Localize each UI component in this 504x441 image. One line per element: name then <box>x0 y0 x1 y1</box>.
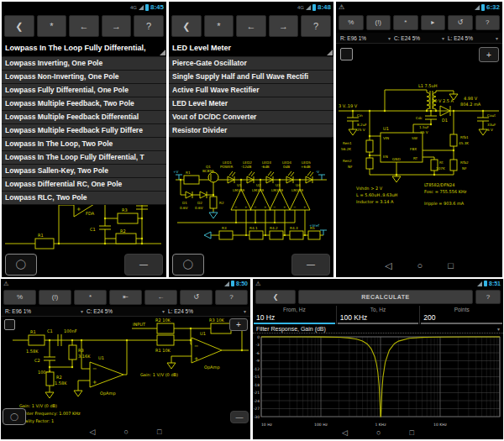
list-item[interactable]: Lowpass Fully Differential, One Pole <box>2 84 166 97</box>
plot-type-dropdown[interactable]: Filter Response, Gain (dB) ▾ <box>253 324 503 333</box>
chevron-down-icon: ▾ <box>442 35 444 41</box>
zoom-out-button[interactable]: — <box>291 254 330 276</box>
to-input[interactable]: 100 KHz <box>338 313 419 324</box>
l-tolerance-select[interactable]: L: E24 5%▾ <box>166 308 248 314</box>
phone-screenshot-lowpass-list: 4G 8:45 ❮ * ← → ? Lowpass In The Loop Fu… <box>2 2 166 277</box>
list-item[interactable]: Lowpass Inverting, One Pole <box>2 57 166 71</box>
favorite-button[interactable]: * <box>204 15 234 37</box>
list-item[interactable]: Lowpass Sallen-Key, Two Pole <box>2 165 166 178</box>
circuit-selector-dropdown[interactable]: Lowpass In The Loop Fully Differential, <box>2 39 166 57</box>
c-tolerance-select[interactable]: C: E24 5%▾ <box>85 308 166 314</box>
help-button[interactable]: ? <box>134 15 164 37</box>
back-button[interactable]: ❮ <box>171 15 202 37</box>
nav-recents-icon[interactable]: □ <box>409 429 413 437</box>
list-item[interactable]: Lowpass Non-Inverting, One Pole <box>2 71 166 84</box>
help-button[interactable]: ? <box>301 15 331 37</box>
favorite-button[interactable]: * <box>74 290 107 305</box>
lowpass-schematic: + FDA R1 R3 R2 C1 <box>2 205 166 253</box>
nav-recents-icon[interactable]: □ <box>157 428 161 436</box>
errors-button[interactable]: (!) <box>39 290 71 305</box>
zoom-out-button[interactable]: — <box>124 254 163 276</box>
recalculate-button[interactable]: RECALCULATE <box>298 290 473 304</box>
back-button[interactable]: ❮ <box>4 15 34 37</box>
back-button[interactable]: ❮ <box>255 290 296 304</box>
circuit-selector-dropdown[interactable]: LED Level Meter <box>169 39 333 57</box>
probe-tool-button[interactable]: ◯ <box>5 254 37 276</box>
svg-text:-V: -V <box>316 170 319 174</box>
prev-button[interactable]: ← <box>144 290 177 305</box>
schematic-canvas[interactable]: R1 1.58K C1 100nF R3 3.16K C2 100nF <box>1 317 250 428</box>
list-item[interactable]: Active Full Wave Rectifier <box>169 84 333 97</box>
l-tolerance-select[interactable]: L: E24 5%▾ <box>446 35 500 41</box>
run-button[interactable]: ▸ <box>421 15 446 30</box>
probe-tool-button[interactable]: ◯ <box>3 408 26 425</box>
c-tolerance-select[interactable]: C: E24 5%▾ <box>392 35 446 41</box>
list-item[interactable]: Vout of DC/DC Converter <box>169 111 333 124</box>
list-item[interactable]: Lowpass Differential RC, One Pole <box>2 178 166 192</box>
svg-text:-3: -3 <box>256 343 260 347</box>
help-button[interactable]: ? <box>215 290 248 305</box>
list-item[interactable]: Resistor Divider <box>169 124 333 138</box>
tolerance-button[interactable]: % <box>339 15 364 30</box>
led-meter-schematic: +V -V R1 Q1 BC856 D1 0.6V D2 <box>169 138 333 253</box>
svg-text:-24: -24 <box>254 399 260 403</box>
help-button[interactable]: ? <box>475 15 501 30</box>
select-checkbox[interactable] <box>340 48 353 60</box>
first-button[interactable]: ⇤ <box>109 290 142 305</box>
zoom-in-button[interactable]: + <box>229 318 248 331</box>
svg-text:LT8582/DFN24: LT8582/DFN24 <box>424 182 454 187</box>
nav-home-icon[interactable]: ○ <box>376 429 381 437</box>
nav-back-icon[interactable]: ◁ <box>90 428 96 436</box>
help-button[interactable]: ? <box>475 290 501 304</box>
chevron-down-icon: ▾ <box>244 308 246 314</box>
r-tolerance-select[interactable]: R: E96 1%▾ <box>339 35 392 41</box>
nav-back-icon[interactable]: ◁ <box>385 261 391 270</box>
svg-text:-30: -30 <box>254 415 260 419</box>
r-tolerance-select[interactable]: R: E96 1%▾ <box>3 308 85 314</box>
list-item[interactable]: Lowpass In The Loop, Two Pole <box>2 138 166 151</box>
list-item[interactable]: Lowpass RLC, Two Pole <box>2 192 166 205</box>
signal-icon <box>306 5 311 10</box>
prev-button[interactable]: ← <box>69 15 99 37</box>
filter-response-chart: 0-3-6-9-12-15-18-21-24-27-3010 Hz100 Hz1… <box>253 333 503 430</box>
result-text: Gain: 1 V/V (0 dB) Center Frequency: 1.0… <box>19 403 81 424</box>
nav-home-icon[interactable]: ○ <box>417 261 423 270</box>
zoom-out-button[interactable]: — <box>230 411 249 423</box>
list-item[interactable]: Lowpass Multiple Feedback, Two Pole <box>2 97 166 111</box>
points-input[interactable]: 200 <box>421 313 502 324</box>
zoom-in-button[interactable]: + <box>479 47 499 62</box>
next-button[interactable]: → <box>269 15 299 37</box>
errors-button[interactable]: (!) <box>366 15 391 30</box>
schematic-canvas[interactable]: + FDA R1 R3 R2 C1 <box>2 205 166 253</box>
svg-text:R2 10K: R2 10K <box>155 318 171 323</box>
list-item[interactable]: LED Level Meter <box>169 97 333 111</box>
nav-home-icon[interactable]: ○ <box>124 428 129 436</box>
from-input[interactable]: 10 Hz <box>254 313 335 324</box>
schematic-canvas[interactable]: +V -V R1 Q1 BC856 D1 0.6V D2 <box>169 138 333 253</box>
svg-text:+: + <box>264 205 267 209</box>
svg-text:U1: U1 <box>200 331 206 336</box>
nav-recents-icon[interactable]: □ <box>448 261 454 270</box>
favorite-button[interactable]: * <box>37 15 67 37</box>
schematic-canvas[interactable]: L1 7.5uH 30 V 2.5 A D1 U1 VIN SW FBX EN … <box>336 44 502 254</box>
list-item[interactable]: Lowpass Multiple Feedback Differential <box>2 111 166 124</box>
bottom-toolbar: ◯ — <box>2 251 166 277</box>
svg-text:BC856: BC856 <box>202 169 214 173</box>
next-button[interactable]: → <box>102 15 132 37</box>
list-item[interactable]: Pierce-Gate Oscillator <box>169 57 333 71</box>
undo-button[interactable]: ↺ <box>180 290 213 305</box>
probe-tool-button[interactable]: ◯ <box>172 254 204 276</box>
undo-button[interactable]: ↺ <box>448 15 473 30</box>
list-item[interactable]: Lowpass Multiple Feedback Fully Differe <box>2 124 166 138</box>
svg-text:INPUT: INPUT <box>133 322 146 327</box>
nav-back-icon[interactable]: ◁ <box>342 429 348 437</box>
chart-area[interactable]: 0-3-6-9-12-15-18-21-24-27-3010 Hz100 Hz1… <box>253 333 503 430</box>
resistor-ren2-icon: Ren2 NF <box>343 158 373 169</box>
resistor-r3-icon: R3 3.16K <box>69 345 91 360</box>
prev-button[interactable]: ← <box>236 15 266 37</box>
tolerance-button[interactable]: % <box>3 290 36 305</box>
favorite-button[interactable]: * <box>393 15 418 30</box>
select-checkbox[interactable] <box>4 319 15 330</box>
list-item[interactable]: Single Supply Half and Full Wave Rectifi <box>169 71 333 84</box>
list-item[interactable]: Lowpass In The Loop Fully Differential, … <box>2 151 166 165</box>
